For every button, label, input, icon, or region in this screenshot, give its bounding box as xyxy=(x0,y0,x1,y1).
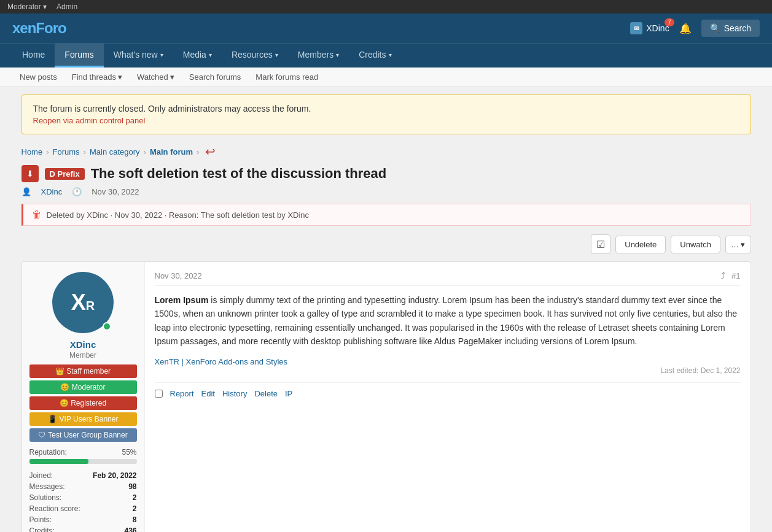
site-logo[interactable]: xenForo xyxy=(12,20,66,37)
breadcrumb-forums[interactable]: Forums xyxy=(53,147,80,156)
breadcrumb-main-forum: Main forum xyxy=(150,147,193,156)
stat-credits: Credits: 436 xyxy=(29,525,137,532)
site-header: xenForo ✉ XDinc 7 🔔 🔍 Search xyxy=(0,13,772,43)
thread-meta: 👤 XDinc 🕐 Nov 30, 2022 xyxy=(21,187,751,196)
subnav-new-posts[interactable]: New posts xyxy=(12,67,64,87)
post-footer-links: Report Edit History Delete IP xyxy=(155,382,741,398)
reg-icon: 😊 xyxy=(60,399,69,407)
deletion-icon: 🗑 xyxy=(32,209,42,220)
thread-author[interactable]: XDinc xyxy=(41,187,63,196)
breadcrumb-sep-3: › xyxy=(144,147,146,156)
nav-whats-new[interactable]: What's new ▾ xyxy=(104,44,173,67)
thread-clock-icon: 🕐 xyxy=(72,187,82,196)
find-threads-arrow: ▾ xyxy=(118,72,122,82)
share-icon[interactable]: ⤴ xyxy=(721,271,725,280)
user-stats: Joined: Feb 20, 2022 Messages: 98 Soluti… xyxy=(29,470,137,532)
breadcrumb-sep-1: › xyxy=(46,147,49,156)
header-right: ✉ XDinc 7 🔔 🔍 Search xyxy=(630,20,760,37)
sub-nav: New posts Find threads ▾ Watched ▾ Searc… xyxy=(0,67,772,87)
alert-message: The forum is currently closed. Only admi… xyxy=(33,104,311,114)
more-options-button[interactable]: … ▾ xyxy=(725,236,751,253)
credits-arrow: ▾ xyxy=(389,52,392,58)
stat-points-label: Points: xyxy=(29,515,52,524)
moderator-menu[interactable]: Moderator ▾ xyxy=(7,2,47,11)
username[interactable]: XDinc xyxy=(29,339,137,350)
thread-deleted-icon: ⬇ xyxy=(21,165,39,182)
notification-bell[interactable]: 🔔 xyxy=(679,23,692,34)
delete-link[interactable]: Delete xyxy=(254,389,278,398)
ip-link[interactable]: IP xyxy=(285,389,292,398)
stat-points: Points: 8 xyxy=(29,514,137,525)
breadcrumb: Home › Forums › Main category › Main for… xyxy=(21,144,751,159)
nav-media[interactable]: Media ▾ xyxy=(173,44,222,67)
logo-prefix: xen xyxy=(12,20,36,36)
breadcrumb-sep-2: › xyxy=(84,147,86,156)
nav-home[interactable]: Home xyxy=(12,44,55,67)
forum-alert: The forum is currently closed. Only admi… xyxy=(21,94,751,134)
breadcrumb-sep-4: › xyxy=(197,147,199,156)
stat-joined: Joined: Feb 20, 2022 xyxy=(29,470,137,481)
post-number: #1 xyxy=(731,271,740,280)
messages-button[interactable]: ✉ XDinc 7 xyxy=(630,22,669,34)
stat-reaction-label: Reaction score: xyxy=(29,504,80,513)
resources-arrow: ▾ xyxy=(275,52,278,58)
reputation-bar-fill xyxy=(29,459,88,464)
avatar-initials: XR xyxy=(71,290,95,315)
admin-bar: Moderator ▾ Admin xyxy=(0,0,772,13)
post-header: Nov 30, 2022 ⤴ #1 xyxy=(155,271,741,286)
badge-staff-member: 👑 Staff member xyxy=(29,364,137,378)
main-nav: Home Forums What's new ▾ Media ▾ Resourc… xyxy=(0,43,772,67)
thread-title-row: ⬇ D Prefix The soft deletion test of the… xyxy=(21,165,751,182)
logo-suffix: Foro xyxy=(36,20,66,36)
search-icon: 🔍 xyxy=(710,23,720,33)
thread-title: The soft deletion test of the discussion… xyxy=(91,166,387,182)
content-area: The forum is currently closed. Only admi… xyxy=(12,87,761,532)
edit-link[interactable]: Edit xyxy=(201,389,215,398)
breadcrumb-main-category[interactable]: Main category xyxy=(90,147,140,156)
breadcrumb-home[interactable]: Home xyxy=(21,147,43,156)
deletion-text: Deleted by XDinc · Nov 30, 2022 · Reason… xyxy=(47,210,310,220)
stat-reaction-value: 2 xyxy=(133,504,137,513)
subnav-mark-read[interactable]: Mark forums read xyxy=(248,67,326,87)
stat-reaction: Reaction score: 2 xyxy=(29,503,137,514)
report-link[interactable]: Report xyxy=(170,389,194,398)
stat-credits-value: 436 xyxy=(124,526,136,532)
staff-icon: 👑 xyxy=(55,367,64,376)
post-date: Nov 30, 2022 xyxy=(155,271,202,280)
badge-registered: 😊 Registered xyxy=(29,396,137,410)
user-sidebar: XR XDinc Member 👑 Staff member 😊 Moderat… xyxy=(22,262,145,532)
deletion-notice: 🗑 Deleted by XDinc · Nov 30, 2022 · Reas… xyxy=(21,204,751,226)
nav-members[interactable]: Members ▾ xyxy=(288,44,349,67)
stat-solutions-label: Solutions: xyxy=(29,493,62,502)
history-link[interactable]: History xyxy=(222,389,247,398)
post-select-checkbox[interactable] xyxy=(155,390,163,398)
subnav-search-forums[interactable]: Search forums xyxy=(182,67,249,87)
reopen-link[interactable]: Reopen via admin control panel xyxy=(33,116,739,125)
nav-forums[interactable]: Forums xyxy=(55,44,103,67)
search-button[interactable]: 🔍 Search xyxy=(701,20,760,37)
nav-resources[interactable]: Resources ▾ xyxy=(222,44,288,67)
thread-author-icon: 👤 xyxy=(21,187,31,196)
undelete-button[interactable]: Undelete xyxy=(615,236,666,253)
thread-date: Nov 30, 2022 xyxy=(92,187,139,196)
xenforo-addons-link[interactable]: XenTR | XenForo Add-ons and Styles xyxy=(155,357,288,366)
badge-vip: 📱 VIP Users Banner xyxy=(29,412,137,426)
post-container: XR XDinc Member 👑 Staff member 😊 Moderat… xyxy=(21,261,751,532)
post-body-text: is simply dummy text of the printing and… xyxy=(155,295,738,346)
stat-credits-label: Credits: xyxy=(29,526,55,532)
post-body-bold: Lorem Ipsum xyxy=(155,295,209,305)
reputation-bar-bg xyxy=(29,459,137,464)
subnav-watched[interactable]: Watched ▾ xyxy=(130,67,182,87)
action-bar: ☑ Undelete Unwatch … ▾ xyxy=(21,234,751,254)
nav-credits[interactable]: Credits ▾ xyxy=(349,44,401,67)
subnav-find-threads[interactable]: Find threads ▾ xyxy=(64,67,130,87)
unwatch-button[interactable]: Unwatch xyxy=(671,236,720,253)
test-icon: 🛡 xyxy=(38,431,45,439)
badge-test-user-group: 🛡 Test User Group Banner xyxy=(29,428,137,442)
media-arrow: ▾ xyxy=(209,52,212,58)
admin-link[interactable]: Admin xyxy=(57,2,77,11)
badge-moderator: 😊 Moderator xyxy=(29,380,137,394)
stat-messages: Messages: 98 xyxy=(29,481,137,492)
post-actions: ⤴ #1 xyxy=(721,271,740,280)
check-button[interactable]: ☑ xyxy=(591,234,610,254)
